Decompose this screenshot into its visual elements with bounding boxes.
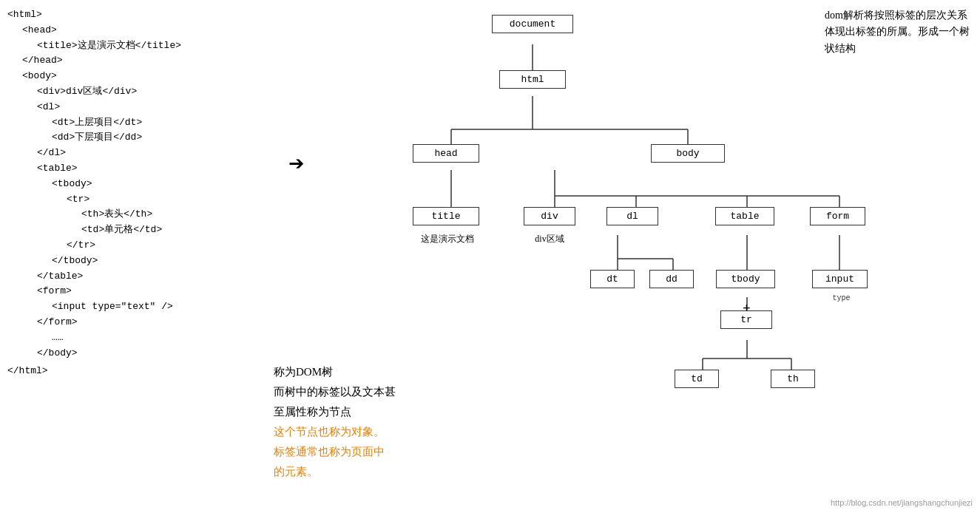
node-input: input bbox=[812, 270, 868, 288]
bottom-line6: 的元素。 bbox=[274, 462, 396, 482]
node-dt: dt bbox=[590, 270, 635, 288]
node-title: title bbox=[413, 207, 479, 225]
code-line-tr-close: </tr> bbox=[67, 238, 288, 254]
bottom-line1: 称为DOM树 bbox=[274, 362, 396, 382]
code-line-table-open: <table> bbox=[37, 161, 288, 177]
node-dd: dd bbox=[649, 270, 694, 288]
code-line-td: <td>单元格</td> bbox=[81, 222, 288, 238]
bottom-description: 称为DOM树 而树中的标签以及文本甚 至属性称为节点 这个节点也称为对象。 标签… bbox=[274, 362, 396, 482]
code-line-tbody-open: <tbody> bbox=[52, 177, 288, 192]
arrow-icon: ➔ bbox=[288, 148, 305, 180]
node-th: th bbox=[771, 370, 815, 388]
node-html: html bbox=[499, 70, 566, 89]
code-line-tr-open: <tr> bbox=[67, 192, 288, 208]
node-body: body bbox=[651, 144, 725, 163]
code-line-th: <th>表头</th> bbox=[81, 207, 288, 222]
node-tbody: tbody bbox=[716, 270, 775, 288]
code-line-dots: …… bbox=[52, 330, 288, 346]
input-type-label: type bbox=[817, 294, 865, 302]
bottom-line5: 标签通常也称为页面中 bbox=[274, 442, 396, 462]
watermark: http://blog.csdn.net/jiangshangchunjiezi bbox=[831, 498, 973, 507]
code-line-head-open: <head> bbox=[22, 23, 288, 38]
code-line-input: <input type="text" /> bbox=[52, 299, 288, 315]
node-div: div bbox=[524, 207, 575, 225]
code-line-tbody-close: </tbody> bbox=[52, 254, 288, 269]
bottom-line2: 而树中的标签以及文本甚 bbox=[274, 382, 396, 402]
code-line-dd: <dd>下层项目</dd> bbox=[52, 130, 288, 146]
node-dl: dl bbox=[606, 207, 658, 225]
code-line-div: <div>div区域</div> bbox=[37, 84, 288, 100]
tree-lines-svg bbox=[355, 7, 962, 377]
code-line-dl-open: <dl> bbox=[37, 100, 288, 115]
code-line-html-close: </html> bbox=[7, 364, 288, 379]
code-line-table-close: </table> bbox=[37, 269, 288, 285]
code-line-html-open: <html> bbox=[7, 7, 288, 23]
code-line-form-open: <form> bbox=[37, 284, 288, 299]
node-table: table bbox=[715, 207, 774, 225]
code-line-form-close: </form> bbox=[37, 315, 288, 330]
node-head: head bbox=[413, 144, 479, 163]
code-line-dl-close: </dl> bbox=[37, 146, 288, 161]
bottom-line3: 至属性称为节点 bbox=[274, 402, 396, 422]
node-document: document bbox=[492, 15, 573, 33]
code-line-title: <title>这是演示文档</title> bbox=[37, 38, 288, 54]
code-line-dt: <dt>上层项目</dt> bbox=[52, 115, 288, 131]
title-sublabel: 这是演示文档 bbox=[407, 233, 488, 245]
node-form: form bbox=[810, 207, 865, 225]
bottom-line4: 这个节点也称为对象。 bbox=[274, 422, 396, 442]
code-section: <html> <head> <title>这是演示文档</title> </he… bbox=[7, 7, 288, 379]
node-td: td bbox=[675, 370, 719, 388]
div-sublabel: div区域 bbox=[516, 233, 583, 245]
node-tr: tr bbox=[720, 310, 772, 329]
dom-description: dom解析将按照标签的层次关系体现出标签的所属。形成一个树状结构 bbox=[825, 7, 973, 57]
code-line-head-close: </head> bbox=[22, 53, 288, 69]
code-line-body-open: <body> bbox=[22, 69, 288, 84]
code-line-body-close: </body> bbox=[37, 346, 288, 361]
